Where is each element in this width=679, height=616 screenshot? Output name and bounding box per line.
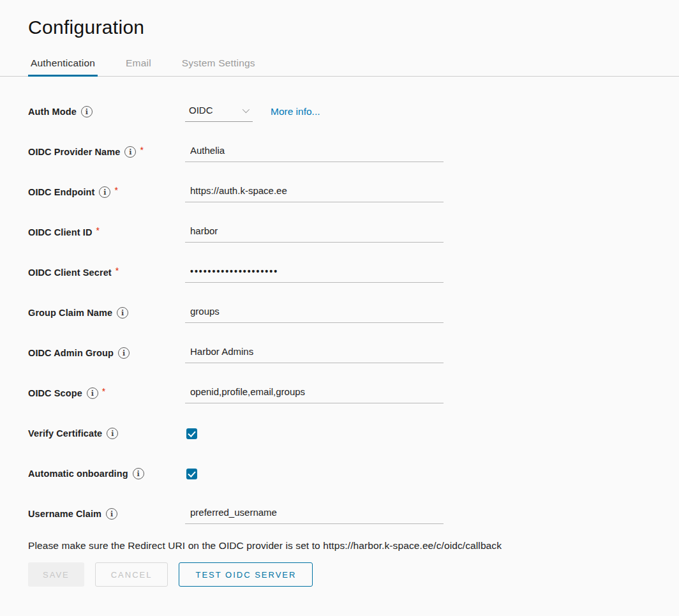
required-asterisk: *	[116, 266, 119, 276]
info-icon[interactable]	[87, 387, 98, 399]
automatic-onboarding-checkbox[interactable]	[186, 469, 197, 479]
info-icon[interactable]	[133, 468, 144, 479]
oidc-endpoint-label: OIDC Endpoint	[28, 187, 94, 197]
auth-settings-form: Auth Mode OIDC More info... OIDC Provide…	[0, 98, 679, 528]
tab-authentication[interactable]: Authentication	[28, 54, 98, 77]
field-row-oidc-client-secret: OIDC Client Secret *	[28, 259, 679, 287]
required-asterisk: *	[140, 145, 143, 155]
tab-system-settings[interactable]: System Settings	[179, 54, 258, 77]
info-icon[interactable]	[124, 146, 136, 158]
auth-mode-label-cell: Auth Mode	[28, 106, 185, 117]
field-row-group-claim-name: Group Claim Name	[28, 299, 679, 327]
field-row-username-claim: Username Claim	[28, 500, 679, 528]
oidc-provider-name-input[interactable]	[185, 142, 444, 162]
button-bar: SAVE CANCEL TEST OIDC SERVER	[0, 562, 679, 587]
tab-email[interactable]: Email	[123, 54, 154, 77]
verify-certificate-checkbox[interactable]	[186, 428, 197, 439]
required-asterisk: *	[102, 386, 105, 396]
info-icon[interactable]	[99, 186, 110, 198]
oidc-admin-group-input[interactable]	[185, 343, 444, 363]
field-row-verify-certificate: Verify Certificate	[28, 419, 679, 447]
required-asterisk: *	[96, 225, 100, 236]
field-row-auth-mode: Auth Mode OIDC More info...	[28, 98, 679, 126]
test-oidc-server-button[interactable]: TEST OIDC SERVER	[179, 562, 313, 587]
oidc-client-id-input[interactable]	[185, 222, 444, 243]
auth-mode-selected-value: OIDC	[189, 105, 213, 116]
field-row-oidc-scope: OIDC Scope *	[28, 379, 679, 407]
info-icon[interactable]	[81, 106, 93, 117]
oidc-client-secret-label: OIDC Client Secret	[28, 267, 112, 278]
oidc-endpoint-input[interactable]	[185, 182, 444, 202]
required-asterisk: *	[114, 185, 117, 195]
oidc-scope-label: OIDC Scope	[28, 388, 82, 398]
field-row-oidc-client-id: OIDC Client ID *	[28, 218, 679, 246]
username-claim-label: Username Claim	[28, 509, 101, 519]
oidc-client-id-label: OIDC Client ID	[28, 227, 93, 237]
oidc-provider-name-label: OIDC Provider Name	[28, 147, 120, 157]
automatic-onboarding-label: Automatic onboarding	[28, 469, 128, 479]
save-button[interactable]: SAVE	[28, 562, 84, 587]
tab-bar: Authentication Email System Settings	[0, 54, 679, 77]
group-claim-name-input[interactable]	[185, 303, 444, 323]
page-title: Configuration	[28, 17, 679, 38]
field-row-oidc-admin-group: OIDC Admin Group	[28, 339, 679, 367]
cancel-button[interactable]: CANCEL	[95, 562, 168, 587]
oidc-admin-group-label: OIDC Admin Group	[28, 348, 114, 358]
group-claim-name-label: Group Claim Name	[28, 308, 112, 318]
username-claim-input[interactable]	[185, 504, 444, 524]
field-row-oidc-endpoint: OIDC Endpoint *	[28, 178, 679, 206]
oidc-client-secret-input[interactable]	[185, 262, 444, 283]
info-icon[interactable]	[118, 347, 130, 359]
info-icon[interactable]	[107, 428, 118, 439]
more-info-link[interactable]: More info...	[271, 106, 320, 117]
oidc-scope-input[interactable]	[185, 383, 444, 403]
info-icon[interactable]	[106, 508, 117, 520]
info-icon[interactable]	[117, 307, 128, 319]
verify-certificate-label: Verify Certificate	[28, 428, 102, 439]
redirect-uri-note: Please make sure the Redirect URI on the…	[0, 540, 679, 552]
chevron-down-icon	[243, 105, 250, 112]
auth-mode-select[interactable]: OIDC	[185, 101, 253, 122]
field-row-automatic-onboarding: Automatic onboarding	[28, 460, 679, 488]
configuration-page: Configuration Authentication Email Syste…	[0, 17, 679, 616]
field-row-oidc-provider-name: OIDC Provider Name *	[28, 138, 679, 166]
auth-mode-label: Auth Mode	[28, 107, 77, 117]
